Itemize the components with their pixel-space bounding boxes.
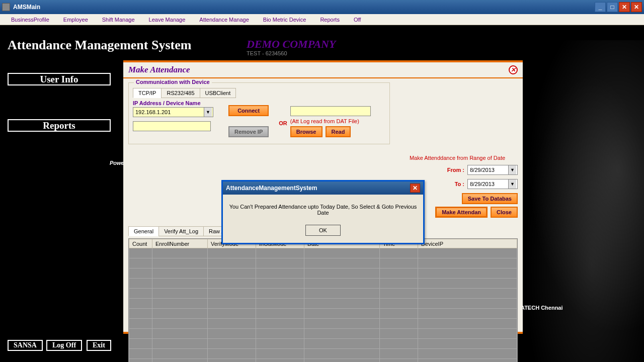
table-row: [129, 339, 517, 349]
table-row: [129, 349, 517, 359]
remove-ip-button[interactable]: Remove IP: [228, 126, 269, 137]
tab-general[interactable]: General: [128, 226, 159, 236]
table-row: [129, 258, 517, 268]
table-row: [129, 289, 517, 299]
table-row: [129, 248, 517, 258]
connect-button[interactable]: Connect: [228, 105, 269, 116]
secondary-close-button[interactable]: ✕: [631, 2, 642, 12]
col-count[interactable]: Count: [129, 239, 152, 248]
chevron-down-icon[interactable]: ▼: [508, 165, 516, 174]
footer-right: ATECH Chennai: [521, 305, 563, 311]
tab-verify-attlog[interactable]: Verify Att_Log: [158, 226, 204, 236]
menubar: BusinessProfile Employee Shift Manage Le…: [0, 14, 644, 25]
device-secondary-input[interactable]: [133, 121, 211, 131]
chevron-down-icon[interactable]: ▼: [508, 179, 516, 189]
sansa-button[interactable]: SANSA: [8, 340, 43, 351]
table-row: [129, 268, 517, 279]
table-row: [129, 299, 517, 309]
titlebar: AMSMain _ □ ✕ ✕: [0, 0, 644, 14]
groupbox-legend: Communication with Device: [134, 79, 212, 85]
panel-title: Make Attendance: [128, 65, 190, 75]
dialog-close-icon[interactable]: ✕: [410, 184, 420, 193]
close-panel-button[interactable]: Close: [491, 207, 518, 218]
dat-file-hint: (Att Log read from DAT File): [290, 118, 371, 124]
menu-biometric-device[interactable]: Bio Metric Device: [256, 16, 313, 24]
to-date-input[interactable]: [468, 179, 508, 189]
message-dialog: AttendanceManagementSystem ✕ You Can't P…: [221, 180, 425, 244]
tab-usbclient[interactable]: USBClient: [200, 88, 236, 98]
table-row: [129, 279, 517, 289]
panel-close-icon[interactable]: ✕: [509, 65, 518, 74]
tab-tcpip[interactable]: TCP/IP: [133, 88, 162, 98]
table-row: [129, 329, 517, 339]
logoff-button[interactable]: Log Off: [46, 340, 82, 351]
from-label: From :: [447, 167, 464, 173]
chevron-down-icon[interactable]: ▼: [204, 108, 212, 117]
from-date-picker[interactable]: ▼: [467, 165, 518, 175]
menu-off[interactable]: Off: [347, 16, 368, 24]
attendance-grid[interactable]: Count EnrollNumber VerifyMode InOutMode …: [128, 238, 518, 362]
menu-reports[interactable]: Reports: [313, 16, 347, 24]
menu-employee[interactable]: Employee: [56, 16, 95, 24]
close-window-button[interactable]: ✕: [619, 2, 630, 12]
dialog-title: AttendanceManagementSystem: [226, 185, 317, 192]
col-deviceip[interactable]: DeviceIP: [418, 239, 517, 248]
range-title: Make Attenddance from Range of Date: [397, 155, 518, 161]
make-attendance-button[interactable]: Make Attendan: [435, 207, 488, 218]
or-label: OR: [279, 120, 287, 126]
app-title: Attendance Management System: [8, 38, 191, 53]
to-date-picker[interactable]: ▼: [467, 179, 518, 189]
menu-businessprofile[interactable]: BusinessProfile: [4, 16, 56, 24]
ok-button[interactable]: OK: [305, 225, 341, 236]
minimize-button[interactable]: _: [595, 2, 606, 12]
communication-groupbox: Communication with Device TCP/IP RS232/4…: [128, 82, 390, 144]
table-row: [129, 319, 517, 329]
exit-button[interactable]: Exit: [87, 340, 111, 351]
read-button[interactable]: Read: [326, 126, 351, 137]
company-sub: TEST - 6234560: [247, 50, 287, 56]
table-row: [129, 359, 517, 363]
maximize-button[interactable]: □: [607, 2, 618, 12]
col-enroll[interactable]: EnrollNumber: [152, 239, 208, 248]
browse-button[interactable]: Browse: [290, 126, 323, 137]
menu-attendance-manage[interactable]: Attendance Manage: [192, 16, 256, 24]
ip-input[interactable]: [133, 108, 204, 117]
menu-leave-manage[interactable]: Leave Manage: [142, 16, 193, 24]
to-label: To :: [455, 181, 464, 187]
dialog-message: You Can't Prepared Attendance upto Today…: [223, 195, 423, 225]
company-name: DEMO COMPANY: [247, 38, 336, 51]
window-title: AMSMain: [13, 4, 594, 11]
reports-button[interactable]: Reports: [8, 119, 111, 132]
ip-combo[interactable]: ▼: [133, 107, 213, 117]
menu-shift-manage[interactable]: Shift Manage: [95, 16, 142, 24]
tab-rs232[interactable]: RS232/485: [161, 88, 200, 98]
save-to-database-button[interactable]: Save To Databas: [462, 193, 518, 204]
ip-label: IP Address / Device Name: [133, 100, 218, 106]
dat-file-input[interactable]: [290, 106, 371, 116]
user-info-button[interactable]: User Info: [8, 73, 111, 85]
app-icon: [2, 3, 10, 11]
from-date-input[interactable]: [468, 165, 508, 174]
table-row: [129, 309, 517, 319]
